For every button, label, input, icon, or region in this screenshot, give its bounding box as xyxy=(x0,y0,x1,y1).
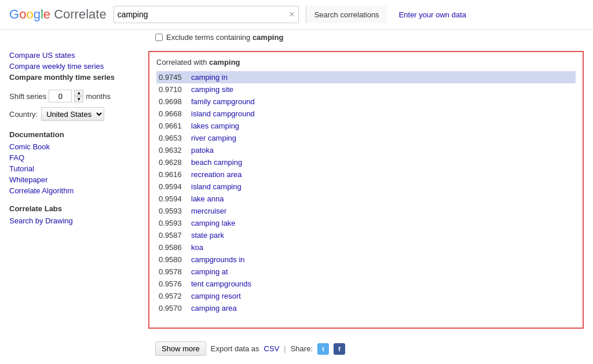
table-row: 0.9594lake anna xyxy=(156,193,576,205)
table-row: 0.9668island campground xyxy=(156,108,576,120)
shift-label: Shift series xyxy=(9,92,46,101)
search-input[interactable] xyxy=(114,6,286,23)
csv-link[interactable]: CSV xyxy=(264,344,280,353)
table-row: 0.9572camping resort xyxy=(156,290,576,302)
result-term-link[interactable]: camping site xyxy=(191,85,233,94)
result-term-link[interactable]: camping area xyxy=(191,304,237,312)
pipe-divider: | xyxy=(284,344,285,353)
result-score: 0.9710 xyxy=(159,85,188,94)
sidebar-item-compare-us-states[interactable]: Compare US states xyxy=(9,51,139,60)
table-row: 0.9578camping at xyxy=(156,266,576,278)
months-label: months xyxy=(86,92,111,101)
logo-e: e xyxy=(43,7,50,22)
result-term-link[interactable]: patoka xyxy=(191,146,214,155)
documentation-section: Documentation Comic Book FAQ Tutorial Wh… xyxy=(9,130,139,195)
result-term-link[interactable]: river camping xyxy=(191,134,236,142)
result-score: 0.9572 xyxy=(159,292,188,300)
exclude-label: Exclude terms containing camping xyxy=(166,33,283,42)
table-row: 0.9576tent campgrounds xyxy=(156,278,576,290)
table-row: 0.9586koa xyxy=(156,241,576,253)
sidebar-doc-whitepaper[interactable]: Whitepaper xyxy=(9,175,139,184)
result-score: 0.9578 xyxy=(159,267,188,276)
result-score: 0.9661 xyxy=(159,122,188,130)
result-term-link[interactable]: camping at xyxy=(191,267,228,276)
exclude-checkbox[interactable] xyxy=(155,34,163,41)
result-term-link[interactable]: camping resort xyxy=(191,292,241,300)
sidebar-lab-search-by-drawing[interactable]: Search by Drawing xyxy=(9,216,139,225)
table-row: 0.9745camping in xyxy=(156,71,576,83)
result-score: 0.9580 xyxy=(159,255,188,264)
shift-input[interactable] xyxy=(49,90,72,102)
result-term-link[interactable]: campgrounds in xyxy=(191,255,245,264)
shift-spinner: ▲ ▼ xyxy=(74,90,83,102)
table-row: 0.9661lakes camping xyxy=(156,120,576,132)
result-term-link[interactable]: beach camping xyxy=(191,158,242,167)
export-label: Export data as xyxy=(211,344,259,353)
enter-own-data-link[interactable]: Enter your own data xyxy=(399,10,466,19)
result-score: 0.9628 xyxy=(159,158,188,167)
result-term-link[interactable]: lake anna xyxy=(191,194,224,203)
logo-o1: o xyxy=(19,7,26,22)
twitter-icon[interactable]: t xyxy=(317,343,329,355)
sidebar-doc-tutorial[interactable]: Tutorial xyxy=(9,164,139,173)
sidebar-doc-correlate-algorithm[interactable]: Correlate Algorithm xyxy=(9,186,139,195)
result-term-link[interactable]: camping lake xyxy=(191,219,236,227)
logo: Google Correlate xyxy=(9,7,107,22)
result-term-link[interactable]: koa xyxy=(191,243,203,252)
sidebar: Compare US states Compare weekly time se… xyxy=(9,51,148,329)
result-term-link[interactable]: island camping xyxy=(191,182,241,191)
logo-correlate: Correlate xyxy=(54,7,106,22)
share-label: Share: xyxy=(291,344,313,353)
result-term-link[interactable]: recreation area xyxy=(191,170,241,179)
footer: Show more Export data as CSV | Share: t … xyxy=(0,334,593,363)
result-term-link[interactable]: tent campgrounds xyxy=(191,280,251,288)
results-list: 0.9745camping in0.9710camping site0.9698… xyxy=(156,71,576,314)
table-row: 0.9632patoka xyxy=(156,144,576,156)
subheader: Exclude terms containing camping xyxy=(0,30,593,45)
result-term-link[interactable]: lakes camping xyxy=(191,122,239,130)
table-row: 0.9593camping lake xyxy=(156,217,576,229)
shift-down-button[interactable]: ▼ xyxy=(74,96,83,102)
result-term-link[interactable]: mercruiser xyxy=(191,207,226,215)
sidebar-item-compare-monthly[interactable]: Compare monthly time series xyxy=(9,73,139,82)
labs-section: Correlate Labs Search by Drawing xyxy=(9,204,139,225)
result-score: 0.9745 xyxy=(159,73,188,82)
result-score: 0.9570 xyxy=(159,304,188,312)
search-correlations-button[interactable]: Search correlations xyxy=(306,6,387,23)
sidebar-item-compare-weekly[interactable]: Compare weekly time series xyxy=(9,62,139,71)
clear-button[interactable]: × xyxy=(285,6,298,23)
country-select[interactable]: United States xyxy=(41,107,104,121)
result-score: 0.9594 xyxy=(159,194,188,203)
result-term-link[interactable]: family campground xyxy=(191,97,255,106)
result-score: 0.9616 xyxy=(159,170,188,179)
results-header-term: camping xyxy=(209,58,240,67)
results-header-prefix: Correlated with xyxy=(156,58,207,67)
result-score: 0.9653 xyxy=(159,134,188,142)
shift-series-row: Shift series ▲ ▼ months xyxy=(9,90,139,102)
result-score: 0.9593 xyxy=(159,219,188,227)
shift-up-button[interactable]: ▲ xyxy=(74,90,83,96)
result-score: 0.9587 xyxy=(159,231,188,240)
table-row: 0.9570camping area xyxy=(156,302,576,314)
result-score: 0.9594 xyxy=(159,182,188,191)
table-row: 0.9594island camping xyxy=(156,181,576,193)
logo-o2: o xyxy=(26,7,33,22)
labs-title: Correlate Labs xyxy=(9,204,139,213)
search-box-container: × xyxy=(114,6,299,23)
result-term-link[interactable]: state park xyxy=(191,231,224,240)
exclude-term: camping xyxy=(252,33,283,42)
result-score: 0.9698 xyxy=(159,97,188,106)
facebook-icon[interactable]: f xyxy=(334,343,345,355)
table-row: 0.9580campgrounds in xyxy=(156,253,576,266)
table-row: 0.9593mercruiser xyxy=(156,205,576,217)
show-more-button[interactable]: Show more xyxy=(155,341,206,356)
sidebar-doc-faq[interactable]: FAQ xyxy=(9,153,139,162)
result-term-link[interactable]: camping in xyxy=(191,73,228,82)
result-term-link[interactable]: island campground xyxy=(191,109,255,118)
table-row: 0.9587state park xyxy=(156,229,576,241)
table-row: 0.9710camping site xyxy=(156,83,576,95)
header: Google Correlate × Search correlations E… xyxy=(0,0,593,30)
sidebar-doc-comic-book[interactable]: Comic Book xyxy=(9,142,139,151)
table-row: 0.9628beach camping xyxy=(156,156,576,168)
logo-g: G xyxy=(9,7,19,22)
